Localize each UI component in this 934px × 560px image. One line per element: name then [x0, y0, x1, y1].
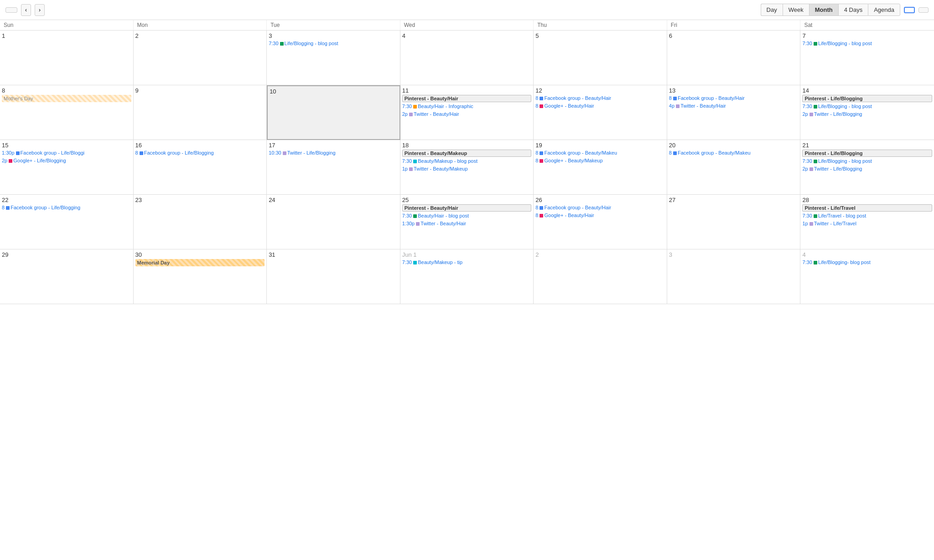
month-view-button[interactable]: Month — [809, 4, 838, 16]
day-view-button[interactable]: Day — [761, 4, 783, 16]
calendar-cell[interactable]: 10 — [267, 85, 400, 140]
settings-button[interactable] — [918, 7, 929, 13]
calendar-cell[interactable]: 29 — [0, 249, 134, 304]
calendar-cell[interactable]: 37:30 Life/Blogging - blog post — [267, 31, 400, 85]
timed-event[interactable]: 8 Facebook group - Life/Blogging — [2, 204, 131, 211]
timed-event[interactable]: 8 Facebook group - Beauty/Hair — [669, 95, 799, 102]
calendar-cell[interactable]: Jun 17:30 Beauty/Makeup - tip — [400, 249, 534, 304]
calendar-cell[interactable]: 14Pinterest - Life/Blogging7:30 Life/Blo… — [800, 85, 934, 140]
calendar-cell[interactable]: 2 — [134, 31, 267, 85]
timed-event[interactable]: 7:30 Beauty/Hair - Infographic — [402, 103, 532, 110]
timed-event[interactable]: 8 Google+ - Beauty/Hair — [535, 103, 665, 109]
lavender-dot-icon — [409, 113, 413, 116]
event-text: Beauty/Makeup - tip — [418, 259, 462, 265]
calendar-cell[interactable]: 138 Facebook group - Beauty/Hair4p Twitt… — [667, 85, 801, 140]
timed-event[interactable]: 7:30 Beauty/Hair - blog post — [402, 213, 532, 219]
timed-event[interactable]: 8 Facebook group - Beauty/Makeu — [669, 150, 799, 156]
event-text: Life/Blogging - blog post — [818, 41, 872, 46]
allday-event[interactable]: Pinterest - Beauty/Hair — [402, 95, 532, 102]
timed-event[interactable]: 7:30 Life/Blogging - blog post — [802, 40, 932, 47]
calendar-cell[interactable]: 6 — [667, 31, 801, 85]
timed-event[interactable]: 1p Twitter - Beauty/Makeup — [402, 166, 532, 172]
holiday-event[interactable]: Mother's Day — [2, 95, 131, 102]
agenda-view-button[interactable]: Agenda — [868, 4, 900, 16]
event-text: Google+ - Life/Blogging — [13, 158, 66, 163]
more-button[interactable] — [904, 7, 915, 13]
4days-view-button[interactable]: 4 Days — [838, 4, 868, 16]
calendar-cell[interactable]: 21Pinterest - Life/Blogging7:30 Life/Blo… — [800, 140, 934, 195]
timed-event[interactable]: 8 Facebook group - Life/Blogging — [135, 150, 265, 156]
timed-event[interactable]: 7:30 Life/Blogging- blog post — [802, 259, 932, 266]
allday-event[interactable]: Pinterest - Life/Blogging — [802, 95, 932, 102]
timed-event[interactable]: 8 Facebook group - Beauty/Hair — [535, 95, 665, 102]
event-text: Beauty/Hair - blog post — [418, 213, 469, 218]
calendar-cell[interactable]: 151:30p Facebook group - Life/Bloggi2p G… — [0, 140, 134, 195]
calendar-cell[interactable]: 24 — [267, 195, 400, 249]
calendar-cell[interactable]: 11Pinterest - Beauty/Hair7:30 Beauty/Hai… — [400, 85, 534, 140]
calendar-cell[interactable]: 9 — [134, 85, 267, 140]
timed-event[interactable]: 2p Google+ - Life/Blogging — [2, 157, 131, 164]
next-button[interactable]: › — [35, 4, 45, 16]
calendar-cell[interactable]: 25Pinterest - Beauty/Hair7:30 Beauty/Hai… — [400, 195, 534, 249]
allday-event[interactable]: Pinterest - Beauty/Makeup — [402, 150, 532, 157]
timed-event[interactable]: 1:30p Facebook group - Life/Bloggi — [2, 150, 131, 156]
calendar-cell[interactable]: 28Pinterest - Life/Travel7:30 Life/Trave… — [800, 195, 934, 249]
timed-event[interactable]: 2p Twitter - Life/Blogging — [802, 111, 932, 118]
calendar-cell[interactable]: 2 — [534, 249, 667, 304]
calendar-cell[interactable]: 1710:30 Twitter - Life/Blogging — [267, 140, 400, 195]
day-number: 7 — [802, 32, 932, 39]
event-text: Twitter - Life/Blogging — [814, 166, 862, 171]
week-view-button[interactable]: Week — [783, 4, 809, 16]
calendar-cell[interactable]: 30Memorial Day — [134, 249, 267, 304]
calendar-cell[interactable]: 23 — [134, 195, 267, 249]
calendar-cell[interactable]: 47:30 Life/Blogging- blog post — [800, 249, 934, 304]
calendar-cell[interactable]: 168 Facebook group - Life/Blogging — [134, 140, 267, 195]
orange-dot-icon — [413, 105, 417, 109]
day-number: 25 — [402, 197, 532, 203]
day-number: 14 — [802, 87, 932, 94]
calendar-cell[interactable]: 128 Facebook group - Beauty/Hair8 Google… — [534, 85, 667, 140]
timed-event[interactable]: 8 Google+ - Beauty/Makeup — [535, 157, 665, 164]
timed-event[interactable]: 1p Twitter - Life/Travel — [802, 220, 932, 227]
calendar-cell[interactable]: 198 Facebook group - Beauty/Makeu8 Googl… — [534, 140, 667, 195]
calendar-cell[interactable]: 208 Facebook group - Beauty/Makeu — [667, 140, 801, 195]
allday-event[interactable]: Pinterest - Beauty/Hair — [402, 204, 532, 212]
timed-event[interactable]: 7:30 Beauty/Makeup - blog post — [402, 158, 532, 165]
timed-event[interactable]: 1:30p Twitter - Beauty/Hair — [402, 220, 532, 227]
timed-event[interactable]: 2p Twitter - Life/Blogging — [802, 166, 932, 172]
event-text: Twitter - Life/Travel — [814, 221, 856, 226]
prev-button[interactable]: ‹ — [21, 4, 31, 16]
today-button[interactable] — [5, 7, 17, 13]
calendar-cell[interactable]: 31 — [267, 249, 400, 304]
calendar-cell[interactable]: 4 — [400, 31, 534, 85]
blue-dot-icon — [16, 151, 20, 155]
timed-event[interactable]: 4p Twitter - Beauty/Hair — [669, 103, 799, 109]
calendar-cell[interactable]: 5 — [534, 31, 667, 85]
timed-event[interactable]: 7:30 Life/Blogging - blog post — [269, 40, 398, 47]
timed-event[interactable]: 8 Google+ - Beauty/Hair — [535, 212, 665, 219]
calendar-cell[interactable]: 77:30 Life/Blogging - blog post — [800, 31, 934, 85]
lavender-dot-icon — [676, 104, 680, 108]
timed-event[interactable]: 2p Twitter - Beauty/Hair — [402, 111, 532, 118]
event-text: Facebook group - Life/Blogging — [10, 205, 80, 210]
timed-event[interactable]: 10:30 Twitter - Life/Blogging — [269, 150, 398, 156]
calendar-cell[interactable]: 8Mother's Day — [0, 85, 134, 140]
allday-event[interactable]: Pinterest - Life/Blogging — [802, 150, 932, 157]
allday-event[interactable]: Pinterest - Life/Travel — [802, 204, 932, 212]
holiday-event[interactable]: Memorial Day — [135, 259, 265, 266]
timed-event[interactable]: 8 Facebook group - Beauty/Makeu — [535, 150, 665, 156]
calendar-cell[interactable]: 3 — [667, 249, 801, 304]
calendar-cell[interactable]: 18Pinterest - Beauty/Makeup7:30 Beauty/M… — [400, 140, 534, 195]
timed-event[interactable]: 7:30 Life/Blogging - blog post — [802, 158, 932, 165]
event-text: Facebook group - Beauty/Hair — [678, 95, 745, 101]
day-number: 16 — [135, 142, 265, 149]
timed-event[interactable]: 7:30 Beauty/Makeup - tip — [402, 259, 532, 266]
calendar-cell[interactable]: 1 — [0, 31, 134, 85]
timed-event[interactable]: 7:30 Life/Travel - blog post — [802, 213, 932, 219]
calendar-cell[interactable]: 268 Facebook group - Beauty/Hair8 Google… — [534, 195, 667, 249]
timed-event[interactable]: 8 Facebook group - Beauty/Hair — [535, 204, 665, 211]
calendar-cell[interactable]: 228 Facebook group - Life/Blogging — [0, 195, 134, 249]
calendar-cell[interactable]: 27 — [667, 195, 801, 249]
timed-event[interactable]: 7:30 Life/Blogging - blog post — [802, 103, 932, 110]
green-dot-icon — [814, 160, 817, 163]
